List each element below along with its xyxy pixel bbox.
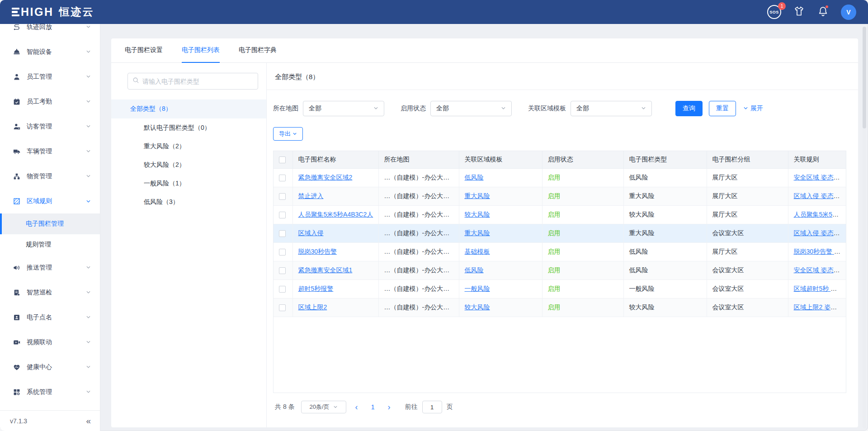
sidebar-item-13[interactable]: 健康中心	[0, 355, 100, 379]
prev-page-button[interactable]: ‹	[353, 403, 361, 411]
fence-type-cell: 较大风险	[629, 303, 655, 311]
linked-rules-link[interactable]: 区域超时5秒 姿态异常-任辛	[794, 285, 846, 292]
fence-name-link[interactable]: 人员聚集5米5秒A4B3C2人	[298, 211, 373, 218]
linked-rules-link[interactable]: 人员聚集5米5秒（A3B2C...	[794, 211, 846, 218]
fence-name-link[interactable]: 超时5秒报警	[298, 285, 334, 292]
sidebar-item-5[interactable]: 访客管理	[0, 114, 100, 139]
tab-2[interactable]: 电子围栏列表	[182, 38, 220, 63]
linked-rules-link[interactable]: 区域入侵 姿态异常-任辛	[794, 229, 846, 237]
table-row[interactable]: 脱岗30秒告警…（自建模）-办公大楼-F10基础模板启用低风险展厅大区脱岗30秒…	[274, 242, 846, 261]
tab-1[interactable]: 电子围栏设置	[125, 38, 163, 63]
fence-name-link[interactable]: 紧急撤离安全区域1	[298, 266, 353, 274]
type-list-item[interactable]: 较大风险（2）	[111, 156, 266, 174]
type-search-input[interactable]	[142, 78, 253, 85]
chevron-down-icon	[86, 123, 91, 130]
row-checkbox[interactable]	[279, 175, 286, 181]
row-checkbox[interactable]	[279, 267, 286, 274]
expand-link[interactable]: 展开	[743, 104, 763, 113]
notifications-button[interactable]	[817, 5, 829, 19]
type-list-item[interactable]: 全部类型（8）	[111, 99, 266, 118]
sidebar-item-11[interactable]: 电子点名	[0, 305, 100, 330]
row-checkbox[interactable]	[279, 304, 286, 311]
region-template-link[interactable]: 低风险	[465, 266, 484, 274]
sidebar-item-12[interactable]: 视频联动	[0, 330, 100, 355]
row-checkbox[interactable]	[279, 230, 286, 237]
fence-name-link[interactable]: 区域上限2	[298, 303, 327, 311]
region-template-link[interactable]: 较大风险	[465, 211, 490, 218]
linked-rules-link[interactable]: 安全区域 姿态异常-任辛	[794, 174, 846, 181]
fence-name-link[interactable]: 紧急撤离安全区域2	[298, 174, 353, 181]
reset-button[interactable]: 重置	[709, 101, 736, 116]
select-all-checkbox[interactable]	[279, 156, 286, 163]
fence-name-link[interactable]: 区域入侵	[298, 229, 324, 237]
sidebar-item-10[interactable]: 智慧巡检	[0, 280, 100, 305]
fence-type-cell: 低风险	[629, 174, 648, 181]
table-row[interactable]: 超时5秒报警…（自建模）-办公大楼-F10一般风险启用一般风险会议室大区区域超时…	[274, 279, 846, 298]
current-page[interactable]: 1	[367, 403, 379, 411]
total-count: 共 8 条	[275, 403, 295, 411]
sidebar-collapse-button[interactable]: «	[86, 416, 90, 426]
sidebar-subitem[interactable]: 规则管理	[0, 234, 100, 255]
fence-group-cell: 会议室大区	[712, 266, 744, 274]
sos-button[interactable]: SOS 1	[767, 5, 781, 19]
next-page-button[interactable]: ›	[385, 403, 393, 411]
user-avatar[interactable]: V	[841, 5, 856, 20]
sidebar-item-14[interactable]: 系统管理	[0, 379, 100, 404]
query-button[interactable]: 查询	[675, 101, 703, 116]
table-row[interactable]: 紧急撤离安全区域1…（自建模）-办公大楼-F10低风险启用低风险会议室大区安全区…	[274, 261, 846, 279]
type-list-item[interactable]: 一般风险（1）	[111, 174, 266, 193]
table-row[interactable]: 区域上限2…（自建模）-办公大楼-F10较大风险启用较大风险会议室大区区域上限2…	[274, 298, 846, 317]
region-template-link[interactable]: 基础模板	[465, 248, 490, 255]
scrollbar-thumb[interactable]	[863, 27, 866, 128]
type-list-item[interactable]: 默认电子围栏类型（0）	[111, 118, 266, 137]
row-checkbox[interactable]	[279, 286, 286, 293]
sidebar-item-9[interactable]: 推送管理	[0, 255, 100, 280]
sidebar-item-2[interactable]: 智能设备	[0, 39, 100, 64]
sidebar-item-1[interactable]: 轨迹回放	[0, 24, 100, 39]
sidebar-item-4[interactable]: 员工考勤	[0, 89, 100, 114]
page-size-select[interactable]: 20条/页	[301, 401, 346, 413]
chevron-down-icon	[86, 314, 91, 321]
device-icon	[13, 48, 21, 56]
sidebar-item-8[interactable]: 区域规则	[0, 189, 100, 213]
row-checkbox[interactable]	[279, 193, 286, 200]
table-row[interactable]: 紧急撤离安全区域2…（自建模）-办公大楼-F10低风险启用低风险展厅大区安全区域…	[274, 168, 846, 187]
sidebar-item-6[interactable]: 车辆管理	[0, 139, 100, 164]
filter-select[interactable]: 全部	[303, 101, 384, 116]
sidebar-subitem[interactable]: 电子围栏管理	[0, 213, 100, 234]
filter-label: 启用状态	[401, 104, 426, 113]
chevron-up-icon	[86, 198, 91, 205]
export-button[interactable]: 导出	[273, 127, 303, 141]
linked-rules-link[interactable]: 脱岗30秒告警 姿态异常-任辛	[794, 248, 846, 255]
fence-name-link[interactable]: 禁止进入	[298, 192, 324, 199]
region-template-link[interactable]: 低风险	[465, 174, 484, 181]
fence-type-cell: 一般风险	[629, 285, 655, 292]
goto-page-input[interactable]	[422, 401, 442, 413]
row-checkbox[interactable]	[279, 249, 286, 256]
table-row[interactable]: 人员聚集5米5秒A4B3C2人…（自建模）-办公大楼-F10较大风险启用较大风险…	[274, 205, 846, 224]
tab-3[interactable]: 电子围栏字典	[239, 38, 277, 63]
logo-text: HIGH	[21, 6, 54, 18]
region-template-link[interactable]: 重大风险	[465, 192, 490, 199]
health-icon	[13, 363, 21, 371]
scrollbar[interactable]	[863, 27, 866, 428]
filter-select[interactable]: 全部	[430, 101, 512, 116]
type-list-item[interactable]: 重大风险（2）	[111, 137, 266, 156]
region-template-link[interactable]: 较大风险	[465, 303, 490, 311]
linked-rules-link[interactable]: 安全区域 姿态异常-任辛	[794, 266, 846, 274]
row-checkbox[interactable]	[279, 212, 286, 218]
sidebar-item-3[interactable]: 员工管理	[0, 64, 100, 89]
filter-select[interactable]: 全部	[571, 101, 652, 116]
type-list-item[interactable]: 低风险（3）	[111, 193, 266, 211]
linked-rules-link[interactable]: 区域上限2 姿态异常-任辛	[794, 303, 846, 311]
region-template-link[interactable]: 一般风险	[465, 285, 490, 292]
linked-rules-link[interactable]: 区域入侵 姿态异常-任辛	[794, 192, 846, 199]
region-template-link[interactable]: 重大风险	[465, 229, 490, 237]
sidebar-item-label: 健康中心	[27, 363, 52, 371]
search-icon	[132, 77, 142, 85]
table-row[interactable]: 禁止进入…（自建模）-办公大楼-F10重大风险启用重大风险展厅大区区域入侵 姿态…	[274, 187, 846, 205]
apparel-button[interactable]	[793, 5, 805, 19]
table-row[interactable]: 区域入侵…（自建模）-办公大楼-F10重大风险启用重大风险会议室大区区域入侵 姿…	[274, 224, 846, 242]
sidebar-item-7[interactable]: 物资管理	[0, 164, 100, 189]
fence-name-link[interactable]: 脱岗30秒告警	[298, 248, 337, 255]
